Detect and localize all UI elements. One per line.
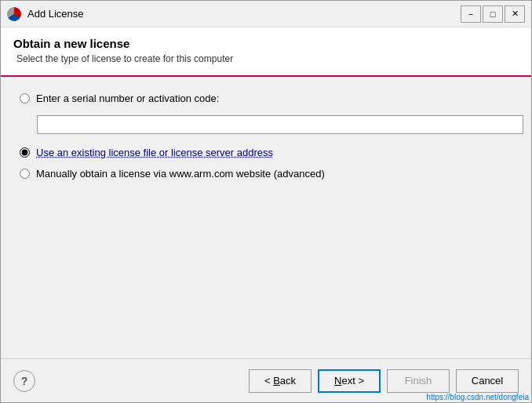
page-title: Obtain a new license xyxy=(13,37,519,50)
close-button[interactable]: ✕ xyxy=(505,5,525,23)
footer-buttons: < Back Next > Finish Cancel xyxy=(249,369,519,393)
watermark: https://blog.csdn.net/dongfeia xyxy=(426,393,529,401)
existing-radio-label[interactable]: Use an existing license file or license … xyxy=(36,147,273,158)
manual-radio-label[interactable]: Manually obtain a license via www.arm.co… xyxy=(36,168,325,180)
existing-radio-option: Use an existing license file or license … xyxy=(20,147,512,158)
help-button[interactable]: ? xyxy=(13,370,35,392)
finish-button[interactable]: Finish xyxy=(387,369,450,393)
serial-radio-option: Enter a serial number or activation code… xyxy=(20,93,512,104)
page-subtitle: Select the type of license to create for… xyxy=(13,53,519,64)
window-controls: − □ ✕ xyxy=(461,5,525,23)
maximize-button[interactable]: □ xyxy=(483,5,503,23)
window-title: Add License xyxy=(27,8,461,20)
serial-input-wrapper xyxy=(37,115,512,134)
content-area: Enter a serial number or activation code… xyxy=(1,77,531,358)
next-button[interactable]: Next > xyxy=(318,369,381,393)
title-bar: Add License − □ ✕ xyxy=(1,1,531,27)
minimize-button[interactable]: − xyxy=(461,5,481,23)
manual-radio-option: Manually obtain a license via www.arm.co… xyxy=(20,168,512,180)
add-license-window: Add License − □ ✕ Obtain a new license S… xyxy=(0,0,532,403)
serial-input[interactable] xyxy=(37,115,523,134)
license-type-group: Enter a serial number or activation code… xyxy=(20,93,512,180)
back-button[interactable]: < Back xyxy=(249,369,312,393)
app-icon xyxy=(7,7,21,21)
manual-radio[interactable] xyxy=(20,169,30,179)
cancel-button[interactable]: Cancel xyxy=(456,369,519,393)
header-section: Obtain a new license Select the type of … xyxy=(1,27,531,77)
serial-radio[interactable] xyxy=(20,93,30,103)
serial-radio-label[interactable]: Enter a serial number or activation code… xyxy=(36,93,219,104)
existing-radio[interactable] xyxy=(20,147,30,158)
